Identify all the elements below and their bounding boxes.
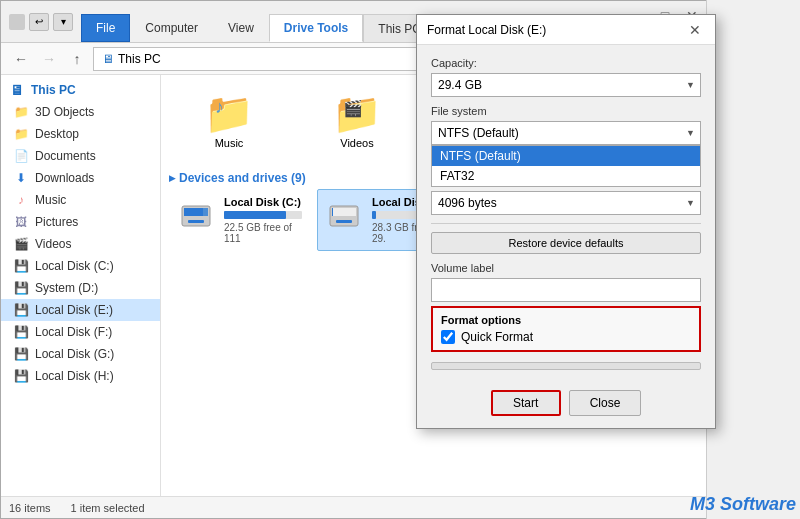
quick-format-row: Quick Format bbox=[441, 330, 691, 344]
sidebar-item-disk-d[interactable]: 💾 System (D:) bbox=[1, 277, 160, 299]
tab-file[interactable]: File bbox=[81, 14, 130, 42]
drive-c-bar bbox=[224, 211, 302, 219]
video-overlay-icon: 🎬 bbox=[343, 99, 363, 118]
sidebar-item-desktop[interactable]: 📁 Desktop bbox=[1, 123, 160, 145]
svg-rect-7 bbox=[336, 220, 352, 223]
sidebar-item-videos[interactable]: 🎬 Videos bbox=[1, 233, 160, 255]
sidebar-item-documents[interactable]: 📄 Documents bbox=[1, 145, 160, 167]
sidebar: 🖥 This PC 📁 3D Objects 📁 Desktop 📄 Docum… bbox=[1, 75, 161, 496]
format-options-group: Format options Quick Format bbox=[431, 306, 701, 352]
chevron-down-icon: ▸ bbox=[169, 171, 175, 185]
download-icon: ⬇ bbox=[13, 170, 29, 186]
capacity-select-wrapper: 29.4 GB bbox=[431, 73, 701, 97]
dialog-footer: Start Close bbox=[417, 382, 715, 428]
volume-label-input[interactable] bbox=[431, 278, 701, 302]
drive-icon: 💾 bbox=[13, 280, 29, 296]
format-dialog: Format Local Disk (E:) ✕ Capacity: 29.4 … bbox=[416, 14, 716, 429]
fs-option-fat32[interactable]: FAT32 bbox=[432, 166, 700, 186]
drive-e-fill bbox=[372, 211, 376, 219]
format-options-title: Format options bbox=[441, 314, 691, 326]
allocation-section: 4096 bytes bbox=[431, 191, 701, 215]
allocation-select-wrapper: 4096 bytes bbox=[431, 191, 701, 215]
dialog-body: Capacity: 29.4 GB File system NTFS (Defa… bbox=[417, 45, 715, 382]
drive-c-icon bbox=[176, 196, 216, 236]
dialog-close-button[interactable]: ✕ bbox=[685, 20, 705, 40]
dialog-title-bar: Format Local Disk (E:) ✕ bbox=[417, 15, 715, 45]
sidebar-item-downloads[interactable]: ⬇ Downloads bbox=[1, 167, 160, 189]
sidebar-item-disk-g[interactable]: 💾 Local Disk (G:) bbox=[1, 343, 160, 365]
separator-1 bbox=[431, 223, 701, 224]
sidebar-item-this-pc[interactable]: 🖥 This PC bbox=[1, 79, 160, 101]
allocation-select[interactable]: 4096 bytes bbox=[431, 191, 701, 215]
drive-icon: 💾 bbox=[13, 302, 29, 318]
folder-icon: 📁 bbox=[13, 104, 29, 120]
tab-drive-tools[interactable]: Drive Tools bbox=[269, 14, 363, 42]
address-text: This PC bbox=[118, 52, 161, 66]
sidebar-item-pictures[interactable]: 🖼 Pictures bbox=[1, 211, 160, 233]
start-button[interactable]: Start bbox=[491, 390, 561, 416]
svg-rect-5 bbox=[332, 208, 356, 216]
drive-icon: 💾 bbox=[13, 324, 29, 340]
quick-format-label[interactable]: Quick Format bbox=[461, 330, 533, 344]
progress-bar bbox=[431, 362, 701, 370]
drive-e-icon bbox=[324, 196, 364, 236]
sidebar-item-3dobjects[interactable]: 📁 3D Objects bbox=[1, 101, 160, 123]
quick-access-btn1[interactable]: ↩ bbox=[29, 13, 49, 31]
music-note-icon: ♪ bbox=[215, 97, 224, 118]
tab-view[interactable]: View bbox=[213, 14, 269, 42]
drive-c-fill bbox=[224, 211, 286, 219]
watermark-text: M3 Software bbox=[690, 494, 796, 514]
status-bar: 16 items 1 item selected bbox=[1, 496, 709, 518]
music-folder-icon: 📁 ♪ bbox=[201, 89, 257, 137]
filesystem-dropdown: NTFS (Default) FAT32 bbox=[431, 145, 701, 187]
quick-format-checkbox[interactable] bbox=[441, 330, 455, 344]
monitor-icon: 🖥 bbox=[9, 82, 25, 98]
item-count: 16 items bbox=[9, 502, 51, 514]
drive-c-item[interactable]: Local Disk (C:) 22.5 GB free of 111 bbox=[169, 189, 309, 251]
back-button[interactable]: ← bbox=[9, 47, 33, 71]
dialog-title: Format Local Disk (E:) bbox=[427, 23, 546, 37]
dialog-close-btn2[interactable]: Close bbox=[569, 390, 642, 416]
capacity-select[interactable]: 29.4 GB bbox=[431, 73, 701, 97]
svg-rect-3 bbox=[188, 220, 204, 223]
pictures-icon: 🖼 bbox=[13, 214, 29, 230]
video-folder-icon: 📁 🎬 bbox=[329, 89, 385, 137]
up-button[interactable]: ↑ bbox=[65, 47, 89, 71]
doc-icon: 📄 bbox=[13, 148, 29, 164]
folder-icon: 📁 bbox=[13, 126, 29, 142]
drive-c-info: Local Disk (C:) 22.5 GB free of 111 bbox=[224, 196, 302, 244]
tab-computer[interactable]: Computer bbox=[130, 14, 213, 42]
explorer-icon bbox=[9, 14, 25, 30]
quick-access-btn2[interactable]: ▾ bbox=[53, 13, 73, 31]
svg-rect-2 bbox=[184, 208, 203, 216]
sidebar-item-disk-c[interactable]: 💾 Local Disk (C:) bbox=[1, 255, 160, 277]
fs-option-ntfs[interactable]: NTFS (Default) bbox=[432, 146, 700, 166]
sidebar-item-music[interactable]: ♪ Music bbox=[1, 189, 160, 211]
svg-rect-6 bbox=[332, 208, 333, 216]
watermark: M3 Software bbox=[690, 494, 796, 515]
filesystem-label: File system bbox=[431, 105, 701, 117]
music-icon: ♪ bbox=[13, 192, 29, 208]
folder-music[interactable]: 📁 ♪ Music bbox=[169, 83, 289, 155]
video-icon: 🎬 bbox=[13, 236, 29, 252]
path-icon: 🖥 bbox=[102, 52, 114, 66]
forward-button[interactable]: → bbox=[37, 47, 61, 71]
sidebar-item-disk-h[interactable]: 💾 Local Disk (H:) bbox=[1, 365, 160, 387]
sidebar-item-disk-f[interactable]: 💾 Local Disk (F:) bbox=[1, 321, 160, 343]
drive-icon: 💾 bbox=[13, 346, 29, 362]
filesystem-select[interactable]: NTFS (Default) FAT32 bbox=[431, 121, 701, 145]
capacity-label: Capacity: bbox=[431, 57, 701, 69]
selection-status: 1 item selected bbox=[71, 502, 145, 514]
restore-defaults-button[interactable]: Restore device defaults bbox=[431, 232, 701, 254]
volume-label-label: Volume label bbox=[431, 262, 701, 274]
title-bar-left: ↩ ▾ bbox=[1, 1, 81, 42]
drive-icon: 💾 bbox=[13, 258, 29, 274]
sidebar-item-disk-e[interactable]: 💾 Local Disk (E:) bbox=[1, 299, 160, 321]
drive-icon: 💾 bbox=[13, 368, 29, 384]
folder-videos[interactable]: 📁 🎬 Videos bbox=[297, 83, 417, 155]
filesystem-select-wrapper: NTFS (Default) FAT32 bbox=[431, 121, 701, 145]
